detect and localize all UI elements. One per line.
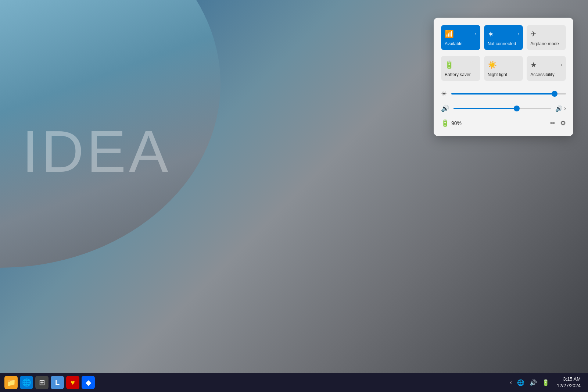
accessibility-arrow-icon[interactable]: › — [560, 62, 562, 68]
taskbar-icon-store[interactable]: ⊞ — [35, 376, 49, 389]
tray-battery-icon[interactable]: 🔋 — [541, 378, 551, 388]
taskbar-icon-mcafee[interactable]: ♥ — [66, 376, 79, 389]
accessibility-tile-top: ★ › — [530, 60, 562, 69]
battery-info: 🔋 90% — [441, 119, 462, 127]
night-light-icon: ☀️ — [488, 60, 497, 69]
battery-icon: 🔋 — [441, 119, 449, 127]
accessibility-tile[interactable]: ★ › Accessibility — [527, 56, 566, 81]
volume-slider-row: 🔊 🔊 › — [441, 104, 566, 113]
airplane-icon: ✈ — [530, 29, 537, 38]
wifi-tile-top: 📶 › — [445, 29, 477, 38]
tray-volume-icon[interactable]: 🔊 — [528, 378, 538, 388]
airplane-tile[interactable]: ✈ Airplane mode — [527, 25, 566, 50]
audio-output-button[interactable]: 🔊 › — [555, 105, 566, 112]
volume-icon: 🔊 — [441, 104, 449, 113]
brightness-slider-row: ☀ — [441, 90, 566, 98]
wifi-icon: 📶 — [445, 29, 454, 38]
tray-globe-icon[interactable]: 🌐 — [516, 378, 526, 388]
speaker-icon: 🔊 — [555, 105, 563, 112]
wifi-tile[interactable]: 📶 › Available — [441, 25, 480, 50]
brightness-thumb[interactable] — [552, 91, 557, 97]
battery-percentage: 90% — [451, 120, 462, 126]
volume-thumb[interactable] — [514, 106, 520, 111]
battery-saver-tile[interactable]: 🔋 Battery saver — [441, 56, 480, 81]
taskbar-left: 📁 🌐 ⊞ L ♥ ◆ — [4, 376, 95, 389]
bluetooth-arrow-icon[interactable]: › — [518, 31, 520, 37]
volume-fill — [453, 108, 517, 109]
brightness-fill — [451, 93, 555, 95]
taskbar: 📁 🌐 ⊞ L ♥ ◆ ‹ 🌐 🔊 🔋 3:15 AM 12/27/2024 — [0, 373, 588, 392]
clock[interactable]: 3:15 AM 12/27/2024 — [554, 374, 584, 391]
taskbar-icon-l[interactable]: L — [51, 376, 64, 389]
quick-settings-bottom: 🔋 90% ✏ ⚙ — [441, 119, 566, 127]
bluetooth-tile[interactable]: ∗ › Not connected — [484, 25, 523, 50]
bottom-action-icons: ✏ ⚙ — [550, 119, 566, 127]
volume-slider[interactable] — [453, 108, 551, 109]
battery-saver-label: Battery saver — [445, 72, 471, 77]
edit-icon[interactable]: ✏ — [550, 119, 556, 127]
bluetooth-label: Not connected — [488, 41, 516, 46]
taskbar-icon-edge[interactable]: 🌐 — [20, 376, 33, 389]
brightness-slider[interactable] — [451, 93, 566, 95]
battery-saver-icon: 🔋 — [445, 60, 454, 69]
taskbar-icon-dropbox[interactable]: ◆ — [82, 376, 95, 389]
tray-chevron-icon[interactable]: ‹ — [509, 378, 513, 387]
idea-watermark: IDEA — [22, 118, 171, 185]
clock-time: 3:15 AM — [557, 376, 581, 382]
clock-date: 12/27/2024 — [557, 382, 581, 389]
wifi-arrow-icon[interactable]: › — [475, 31, 477, 37]
taskbar-icon-explorer[interactable]: 📁 — [4, 376, 18, 389]
taskbar-right: ‹ 🌐 🔊 🔋 3:15 AM 12/27/2024 — [509, 374, 584, 391]
night-light-tile[interactable]: ☀️ Night light — [484, 56, 523, 81]
bluetooth-tile-top: ∗ › — [488, 29, 520, 38]
brightness-icon: ☀ — [441, 90, 447, 98]
bluetooth-icon: ∗ — [488, 29, 494, 38]
airplane-label: Airplane mode — [530, 41, 559, 46]
tray-icons: ‹ 🌐 🔊 🔋 — [509, 378, 551, 388]
night-light-label: Night light — [488, 72, 507, 77]
quick-settings-panel: 📶 › Available ∗ › Not connected ✈ Airpla… — [434, 18, 573, 136]
accessibility-label: Accessibility — [530, 72, 554, 77]
audio-arrow-icon: › — [564, 105, 566, 112]
quick-settings-row-2: 🔋 Battery saver ☀️ Night light ★ › Acces… — [441, 56, 566, 81]
wifi-label: Available — [445, 41, 462, 46]
settings-icon[interactable]: ⚙ — [560, 119, 566, 127]
quick-settings-row-1: 📶 › Available ∗ › Not connected ✈ Airpla… — [441, 25, 566, 50]
accessibility-icon: ★ — [530, 60, 537, 69]
